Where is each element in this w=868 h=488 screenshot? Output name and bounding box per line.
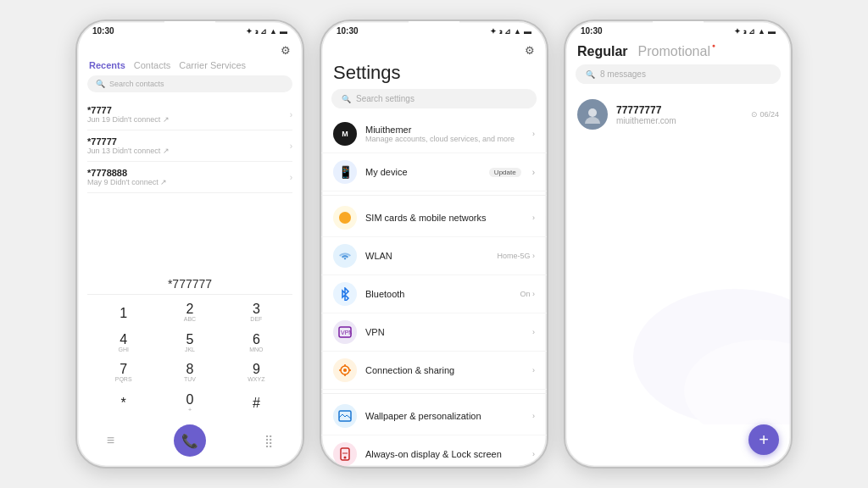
menu-icon[interactable]: ≡ <box>107 433 114 448</box>
settings-item-sim[interactable]: SIM cards & mobile networks › <box>321 199 547 237</box>
dialpad-btn-3[interactable]: 3 DEF <box>224 298 289 327</box>
settings-item-connection[interactable]: Connection & sharing › <box>321 352 547 390</box>
contact-sub-2: Jun 13 Didn't connect ↗ <box>87 147 170 155</box>
p2-search-bar[interactable]: 🔍 Search settings <box>331 89 537 108</box>
tab-contacts[interactable]: Contacts <box>134 60 170 70</box>
wallpaper-icon <box>333 404 357 428</box>
settings-item-wlan[interactable]: WLAN Home-5G › <box>321 237 547 275</box>
settings-item-aod[interactable]: Always-on display & Lock screen › <box>321 435 547 467</box>
phone-icon: 📞 <box>181 433 198 449</box>
bluetooth-text: Bluetooth <box>365 289 511 299</box>
settings-item-vpn[interactable]: VPN VPN › <box>321 313 547 352</box>
miui-avatar: M <box>333 122 357 146</box>
dialpad-letters-6: MNO <box>249 347 263 353</box>
contact-item-2[interactable]: *77777 Jun 13 Didn't connect ↗ › <box>87 130 292 162</box>
search-placeholder-1: Search contacts <box>109 80 164 88</box>
wallpaper-chevron: › <box>532 412 535 420</box>
dialpad-num-3: 3 <box>253 302 260 316</box>
contact-name-3: *7778888 <box>87 168 167 178</box>
mydevice-name: My device <box>365 167 481 177</box>
compose-fab[interactable]: + <box>748 424 779 455</box>
svg-point-4 <box>343 369 347 372</box>
settings-title: Settings <box>321 58 547 89</box>
search-placeholder-2: Search settings <box>356 94 415 103</box>
phone-frame-2: 10:30 ✦ ₃ ⊿ ▲ ▬ ⚙ Settings 🔍 Search sett… <box>320 19 548 469</box>
dialpad-num-5: 5 <box>186 333 194 347</box>
dialpad-num-4: 4 <box>120 333 127 347</box>
wlan-text: WLAN <box>365 251 488 261</box>
dialpad-input[interactable]: *777777 <box>87 274 292 295</box>
aod-chevron: › <box>532 450 535 458</box>
dialpad-num-9: 9 <box>253 363 260 376</box>
settings-item-miuithemer[interactable]: M Miuithemer Manage accounts, cloud serv… <box>321 115 547 153</box>
dialpad-btn-0[interactable]: 0 + <box>157 389 222 418</box>
dialpad-btn-hash[interactable]: # <box>224 389 289 418</box>
bluetooth-status: On › <box>520 290 535 298</box>
settings-icon-2[interactable]: ⚙ <box>525 44 535 57</box>
settings-item-bluetooth[interactable]: Bluetooth On › <box>321 275 547 313</box>
dialpad-num-hash: # <box>253 396 260 410</box>
message-time-1: ⊙ 06/24 <box>751 110 779 119</box>
dialpad-btn-6[interactable]: 6 MNO <box>224 329 289 358</box>
vpn-chevron: › <box>532 328 535 336</box>
miui-sub: Manage accounts, cloud services, and mor… <box>365 135 524 143</box>
tab-regular[interactable]: Regular <box>577 44 628 59</box>
p1-bottom-bar: ≡ 📞 ⣿ <box>77 418 303 467</box>
battery-icon-3: ▬ <box>768 27 776 36</box>
bluetooth-icon-setting <box>333 282 357 306</box>
dialpad-btn-star[interactable]: * <box>91 389 156 418</box>
dialpad-btn-7[interactable]: 7 PQRS <box>91 358 156 387</box>
dialpad-letters-3: DEF <box>250 316 262 323</box>
dialpad-num-6: 6 <box>253 333 260 347</box>
mydevice-icon: 📱 <box>333 160 357 184</box>
search-placeholder-3: 8 messages <box>600 69 646 79</box>
search-icon-2: 🔍 <box>342 95 351 103</box>
contact-name-1: *7777 <box>87 105 170 115</box>
p3-search-bar[interactable]: 🔍 8 messages <box>576 64 781 84</box>
dialpad-btn-9[interactable]: 9 WXYZ <box>224 358 289 387</box>
message-text-1: 77777777 miuithemer.com <box>616 104 743 125</box>
phone-2: 10:30 ✦ ₃ ⊿ ▲ ▬ ⚙ Settings 🔍 Search sett… <box>320 19 548 469</box>
dialpad-num-8: 8 <box>186 363 194 376</box>
vpn-text: VPN <box>365 327 524 337</box>
phone-frame-3: 10:30 ✦ ₃ ⊿ ▲ ▬ Regular Promotional 🔍 8 … <box>564 19 793 469</box>
message-item-1[interactable]: 77777777 miuithemer.com ⊙ 06/24 <box>565 91 791 138</box>
contact-item-1[interactable]: *7777 Jun 19 Didn't connect ↗ › <box>87 99 292 130</box>
connection-text: Connection & sharing <box>365 365 524 375</box>
svg-point-9 <box>585 117 600 124</box>
status-icons-3: ✦ ₃ ⊿ ▲ ▬ <box>734 27 776 36</box>
phone-frame-1: 10:30 ✦ ₃ ⊿ ▲ ▬ ⚙ Recents Contacts Carri… <box>75 19 304 469</box>
tab-promotional[interactable]: Promotional <box>638 44 710 59</box>
dialpad-btn-2[interactable]: 2 ABC <box>157 298 222 327</box>
wlan-name: WLAN <box>365 251 488 261</box>
dialpad-letters-5: JKL <box>185 347 195 353</box>
phone-2-content: ⚙ Settings 🔍 Search settings M Miuitheme… <box>321 37 547 467</box>
grid-icon[interactable]: ⣿ <box>264 434 273 447</box>
bluetooth-icon-2: ✦ <box>490 27 497 36</box>
settings-item-mydevice[interactable]: 📱 My device Update › <box>321 153 547 191</box>
dialpad-letters-4: GHI <box>118 347 128 353</box>
dialpad-btn-8[interactable]: 8 TUV <box>157 358 222 387</box>
phone-1-content: ⚙ Recents Contacts Carrier Services 🔍 Se… <box>77 37 303 467</box>
bluetooth-icon-3: ✦ <box>734 27 741 36</box>
p1-search-bar[interactable]: 🔍 Search contacts <box>87 75 292 92</box>
tab-recents[interactable]: Recents <box>89 60 125 70</box>
settings-icon-1[interactable]: ⚙ <box>281 44 291 57</box>
sim-text: SIM cards & mobile networks <box>365 213 524 223</box>
message-avatar-1 <box>577 99 608 130</box>
settings-list: M Miuithemer Manage accounts, cloud serv… <box>321 115 547 467</box>
tab-carrier-services[interactable]: Carrier Services <box>179 60 246 70</box>
settings-item-wallpaper[interactable]: Wallpaper & personalization › <box>321 397 547 435</box>
dialpad-num-1: 1 <box>120 307 127 320</box>
dialpad-num-7: 7 <box>120 363 127 376</box>
wlan-status: Home-5G › <box>497 252 535 260</box>
dialpad-btn-4[interactable]: 4 GHI <box>91 329 156 358</box>
dialpad-btn-1[interactable]: 1 <box>91 298 156 327</box>
dialpad-btn-5[interactable]: 5 JKL <box>157 329 222 358</box>
chevron-icon-1: › <box>290 110 292 119</box>
call-button[interactable]: 📞 <box>174 424 206 457</box>
p1-header: ⚙ <box>77 37 303 60</box>
contact-item-3[interactable]: *7778888 May 9 Didn't connect ↗ › <box>87 162 292 193</box>
p1-contact-list: *7777 Jun 19 Didn't connect ↗ › *77777 J… <box>77 99 303 274</box>
vpn-name: VPN <box>365 327 524 337</box>
